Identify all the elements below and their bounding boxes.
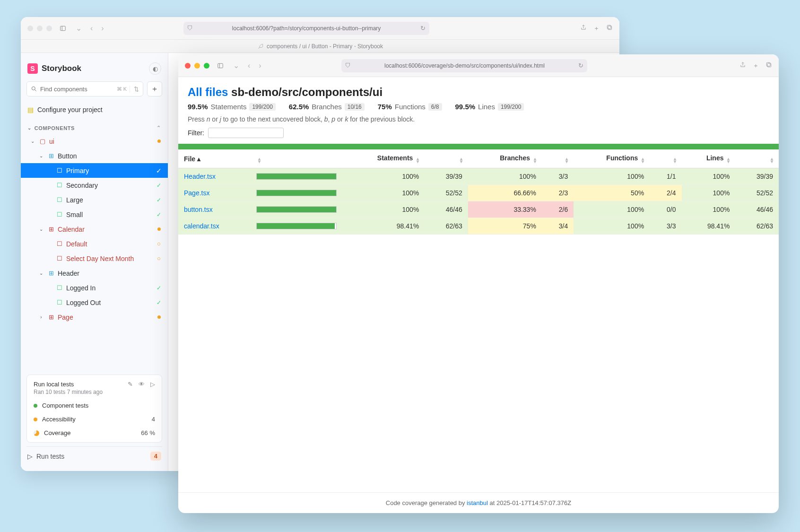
section-label: COMPONENTS (35, 125, 75, 131)
play-icon[interactable]: ▷ (150, 381, 155, 388)
url-text: localhost:6006/coverage/sb-demo/src/comp… (384, 62, 545, 69)
cell-branches-frac: 2/3 (542, 185, 574, 201)
browser-actions: ＋ (739, 61, 772, 70)
collapse-icon[interactable]: ⌃ (157, 125, 161, 131)
tree-label: Logged In (66, 284, 96, 292)
address-bar-back[interactable]: ⛉ localhost:6006/?path=/story/components… (183, 22, 429, 35)
tests-row-accessibility[interactable]: Accessibility 4 (34, 416, 155, 423)
configure-link[interactable]: ▤ Configure your project (27, 106, 161, 113)
tree-label: Logged Out (66, 299, 101, 306)
nav-forward-icon[interactable]: › (99, 24, 105, 33)
tree-story-logged-in[interactable]: ☐ Logged In ✓ (21, 280, 168, 295)
edit-icon[interactable]: ✎ (128, 381, 133, 388)
th-lines-frac[interactable]: ▴▾ (735, 149, 779, 168)
tests-row-component[interactable]: Component tests (34, 402, 155, 409)
cell-functions-frac: 3/3 (650, 218, 681, 235)
breadcrumb-all-link[interactable]: All files (188, 86, 228, 98)
cell-branches-pct: 75% (468, 218, 542, 235)
tree-story-select-day[interactable]: ☐ Select Day Next Month ○ (21, 251, 168, 266)
tests-pct: 66 % (141, 429, 155, 436)
th-bar[interactable]: ▴▾ (251, 149, 342, 168)
tabs-icon[interactable] (606, 24, 613, 33)
th-branches-frac[interactable]: ▴▾ (542, 149, 574, 168)
tree-component-button[interactable]: ⌄⊞ Button (21, 148, 168, 163)
storybook-sidebar: S Storybook ◐ Find components ⌘ K ⇅ ＋ ▤ … (21, 53, 168, 471)
tree-component-calendar[interactable]: ⌄⊞ Calendar (21, 222, 168, 236)
bookmark-icon: ☐ (56, 211, 63, 218)
new-tab-icon[interactable]: ＋ (753, 61, 759, 70)
file-link[interactable]: Header.tsx (184, 173, 216, 180)
tabs-icon[interactable] (765, 61, 772, 70)
tests-row-coverage[interactable]: Coverage 66 % (34, 429, 155, 436)
tree-label: Small (66, 211, 83, 218)
file-link[interactable]: Page.tsx (184, 189, 209, 197)
th-lines[interactable]: Lines ▴▾ (682, 149, 736, 168)
gear-icon[interactable]: ◐ (149, 62, 161, 75)
th-statements[interactable]: Statements ▴▾ (342, 149, 425, 168)
istanbul-link[interactable]: istanbul (467, 499, 488, 506)
tree-label: Header (58, 270, 79, 277)
tree-story-logged-out[interactable]: ☐ Logged Out ✓ (21, 295, 168, 310)
eye-icon[interactable]: 👁 (139, 381, 145, 388)
tree-story-large[interactable]: ☐ Large ✓ (21, 192, 168, 207)
component-tree: ⌄▢ ui ⌄⊞ Button ☐ Primary ✓ ☐ Secondary … (21, 134, 168, 371)
sort-icon: ▴▾ (258, 157, 261, 163)
th-functions[interactable]: Functions ▴▾ (574, 149, 650, 168)
check-icon: ✓ (156, 167, 162, 174)
th-file[interactable]: File ▴ (178, 149, 251, 168)
table-row: Header.tsx100%39/39100%3/3100%1/1100%39/… (178, 168, 779, 185)
cell-statements-pct: 100% (342, 201, 425, 218)
reload-icon[interactable]: ↻ (420, 25, 426, 32)
cell-lines-pct: 100% (682, 168, 736, 185)
check-icon: ✓ (156, 197, 162, 203)
address-bar-front[interactable]: ⛉ localhost:6006/coverage/sb-demo/src/co… (341, 59, 587, 72)
th-statements-frac[interactable]: ▴▾ (425, 149, 468, 168)
sort-icon: ▴▾ (417, 157, 419, 163)
tree-folder-ui[interactable]: ⌄▢ ui (21, 134, 168, 148)
share-icon[interactable] (580, 24, 587, 33)
tree-story-small[interactable]: ☐ Small ✓ (21, 207, 168, 222)
reload-icon[interactable]: ↻ (578, 62, 583, 69)
filter-input[interactable] (208, 128, 284, 138)
bookmark-icon: ☐ (56, 167, 63, 174)
search-input[interactable]: Find components ⌘ K ⇅ (26, 81, 143, 96)
share-icon[interactable] (739, 61, 746, 70)
tree-story-secondary[interactable]: ☐ Secondary ✓ (21, 178, 168, 192)
toolbar-dropdown-icon[interactable]: ⌄ (231, 61, 241, 70)
cell-statements-frac: 52/52 (425, 185, 468, 201)
components-section-header[interactable]: ⌄ COMPONENTS ⌃ (21, 122, 168, 134)
traffic-lights-active[interactable] (185, 63, 209, 69)
svg-rect-6 (218, 63, 223, 68)
status-dot-icon (157, 140, 161, 143)
nav-back-icon[interactable]: ‹ (246, 61, 252, 70)
cell-branches-frac: 3/4 (542, 218, 574, 235)
run-badge: 4 (150, 452, 161, 461)
summary-statements: 99.5% Statements 199/200 (188, 103, 276, 111)
tests-label: Coverage (44, 429, 70, 436)
tree-label: Default (66, 240, 87, 248)
nav-forward-icon[interactable]: › (257, 61, 263, 70)
file-link[interactable]: calendar.tsx (184, 222, 219, 230)
sidebar-toggle-icon[interactable] (214, 60, 226, 72)
file-link[interactable]: button.tsx (184, 206, 213, 213)
tests-title: Run local tests (34, 381, 74, 388)
new-tab-icon[interactable]: ＋ (593, 24, 600, 33)
tree-component-page[interactable]: ›⊞ Page (21, 310, 168, 324)
svg-point-4 (32, 87, 35, 90)
feather-icon (257, 43, 264, 50)
tree-story-primary[interactable]: ☐ Primary ✓ (21, 163, 168, 178)
sidebar-toggle-icon[interactable] (57, 22, 69, 35)
filter-icon[interactable]: ⇅ (130, 86, 139, 93)
check-icon: ✓ (156, 211, 162, 218)
toolbar-dropdown-icon[interactable]: ⌄ (74, 24, 84, 33)
th-branches[interactable]: Branches ▴▾ (468, 149, 542, 168)
add-button[interactable]: ＋ (147, 81, 162, 96)
cell-statements-frac: 62/63 (425, 218, 468, 235)
sort-icon: ▴▾ (727, 157, 730, 163)
tree-story-default[interactable]: ☐ Default ○ (21, 236, 168, 251)
run-tests-button[interactable]: ▷ Run tests 4 (26, 446, 162, 465)
tree-component-header[interactable]: ⌄⊞ Header (21, 266, 168, 280)
nav-back-icon[interactable]: ‹ (88, 24, 95, 33)
cell-functions-pct: 100% (574, 218, 650, 235)
th-functions-frac[interactable]: ▴▾ (650, 149, 681, 168)
